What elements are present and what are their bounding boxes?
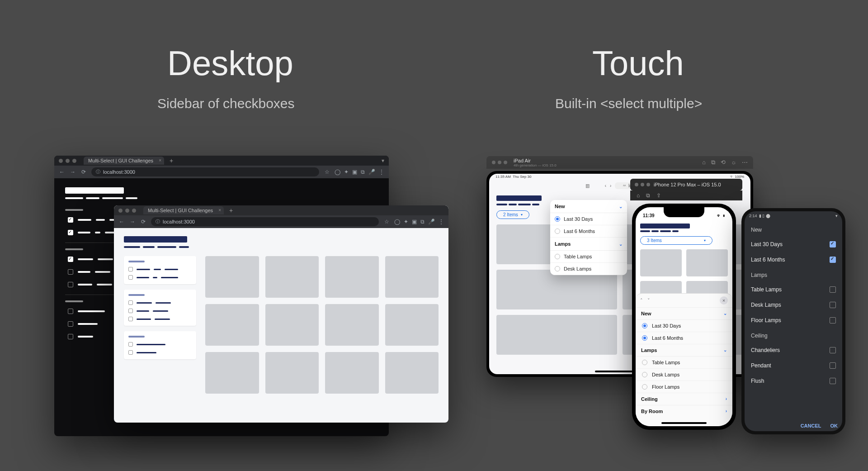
window-zoom-icon[interactable]	[132, 209, 136, 213]
sidebar-icon[interactable]: ▥	[585, 183, 590, 188]
popover-option[interactable]: Table Lamps	[550, 251, 627, 263]
checkbox-icon[interactable]	[128, 342, 133, 347]
select-option[interactable]: Chandeliers	[745, 343, 842, 358]
product-card[interactable]	[325, 256, 379, 298]
filter-select-button[interactable]: 3 Items	[640, 236, 712, 245]
chevron-down-icon[interactable]: ˅	[647, 298, 650, 304]
select-option[interactable]: Pendant	[745, 358, 842, 373]
checkbox-icon[interactable]	[128, 300, 133, 305]
chevron-right-icon[interactable]: ›	[726, 409, 727, 414]
menu-icon[interactable]: ⋮	[379, 169, 384, 175]
checkbox-icon[interactable]	[68, 230, 73, 235]
settings-icon[interactable]: ☼	[731, 159, 736, 166]
product-card[interactable]	[385, 352, 439, 394]
extension-icon[interactable]: ⧉	[361, 169, 365, 175]
mic-icon[interactable]: 🎤	[368, 169, 375, 175]
checkbox-icon[interactable]	[68, 334, 73, 339]
sheet-option[interactable]: Table Lamps	[636, 357, 732, 369]
select-option[interactable]: Last 6 Months	[745, 252, 842, 267]
checkbox-icon[interactable]	[68, 257, 73, 262]
window-minimize-icon[interactable]	[498, 161, 501, 164]
chevron-up-icon[interactable]: ˄	[640, 298, 643, 304]
new-tab-icon[interactable]: +	[229, 207, 233, 214]
checkbox-icon[interactable]	[128, 267, 133, 271]
checkbox-icon[interactable]	[830, 317, 836, 324]
select-option[interactable]: Desk Lamps	[745, 297, 842, 313]
close-tab-icon[interactable]: ×	[159, 158, 161, 163]
checkbox-icon[interactable]	[830, 347, 836, 353]
share-icon[interactable]: ⇪	[656, 192, 661, 199]
extension-icon[interactable]: ⧉	[420, 219, 425, 225]
back-icon[interactable]: ←	[118, 219, 125, 225]
new-tab-icon[interactable]: +	[170, 157, 173, 164]
product-card[interactable]	[640, 249, 682, 276]
ok-button[interactable]: OK	[830, 423, 838, 428]
address-bar[interactable]: ⓘlocalhost:3000	[151, 217, 379, 226]
window-zoom-icon[interactable]	[72, 159, 76, 163]
product-card[interactable]	[496, 270, 617, 309]
filter-option[interactable]	[128, 307, 192, 315]
chevron-down-icon[interactable]: ⌄	[723, 311, 727, 316]
filter-option[interactable]	[128, 273, 192, 281]
checkbox-icon[interactable]	[830, 302, 836, 308]
overflow-icon[interactable]: ▾	[382, 157, 384, 164]
checkbox-icon[interactable]	[830, 286, 836, 293]
checkbox-icon[interactable]	[128, 317, 133, 321]
cancel-button[interactable]: CANCEL	[801, 423, 821, 428]
product-card[interactable]	[265, 256, 319, 298]
window-close-icon[interactable]	[492, 161, 495, 164]
window-minimize-icon[interactable]	[66, 159, 70, 163]
back-icon[interactable]: ←	[59, 169, 65, 175]
window-minimize-icon[interactable]	[641, 183, 644, 186]
window-zoom-icon[interactable]	[646, 183, 650, 186]
checkbox-icon[interactable]	[68, 321, 73, 327]
extension-icon[interactable]: ▣	[352, 169, 357, 175]
checkbox-icon[interactable]	[128, 309, 133, 313]
checkbox-icon[interactable]	[830, 257, 836, 263]
extension-icon[interactable]: ✦	[404, 219, 408, 225]
select-option[interactable]: Floor Lamps	[745, 313, 842, 328]
home-indicator[interactable]	[661, 422, 707, 424]
screenshot-icon[interactable]: ⧉	[646, 192, 650, 199]
more-icon[interactable]: ⋯	[742, 159, 748, 166]
sheet-option[interactable]: Desk Lamps	[636, 369, 732, 381]
mic-icon[interactable]: 🎤	[428, 219, 435, 225]
browser-tab[interactable]: Multi-Select | GUI Challenges×	[143, 206, 224, 214]
select-option[interactable]: Last 30 Days	[745, 237, 842, 252]
window-zoom-icon[interactable]	[504, 161, 507, 164]
site-info-icon[interactable]: ⓘ	[96, 169, 100, 175]
close-tab-icon[interactable]: ×	[218, 208, 221, 213]
window-close-icon[interactable]	[59, 159, 63, 163]
site-info-icon[interactable]: ⓘ	[156, 219, 160, 225]
filter-option[interactable]	[128, 299, 192, 307]
chevron-right-icon[interactable]: ›	[726, 396, 727, 402]
chevron-down-icon[interactable]: ⌄	[619, 204, 623, 209]
checkbox-icon[interactable]	[128, 350, 133, 355]
forward-icon[interactable]: ›	[610, 183, 611, 188]
product-card[interactable]	[325, 352, 379, 394]
browser-tab[interactable]: Multi-Select | GUI Challenges×	[84, 157, 164, 165]
sheet-option[interactable]: Last 30 Days	[636, 320, 732, 332]
window-close-icon[interactable]	[118, 209, 123, 213]
reload-icon[interactable]: ⟳	[140, 219, 146, 225]
checkbox-icon[interactable]	[830, 241, 836, 247]
product-card[interactable]	[385, 256, 439, 298]
menu-icon[interactable]: ⋮	[439, 219, 444, 225]
product-card[interactable]	[385, 304, 439, 346]
product-card[interactable]	[265, 352, 319, 394]
reload-icon[interactable]: ⟳	[80, 169, 87, 175]
product-card[interactable]	[205, 256, 259, 298]
screenshot-icon[interactable]: ⧉	[711, 159, 715, 166]
popover-option[interactable]: Desk Lamps	[550, 263, 627, 275]
address-bar[interactable]: ⓘlocalhost:3000	[91, 167, 319, 176]
star-icon[interactable]: ☆	[324, 169, 330, 175]
popover-option[interactable]: Last 30 Days	[550, 213, 627, 225]
product-card[interactable]	[205, 304, 259, 346]
checkbox-icon[interactable]	[830, 378, 836, 384]
star-icon[interactable]: ☆	[383, 219, 390, 225]
forward-icon[interactable]: →	[70, 169, 76, 175]
filter-option[interactable]	[128, 265, 192, 273]
filter-option[interactable]	[128, 315, 192, 323]
close-icon[interactable]: ×	[720, 296, 728, 304]
filter-option[interactable]	[128, 340, 192, 348]
